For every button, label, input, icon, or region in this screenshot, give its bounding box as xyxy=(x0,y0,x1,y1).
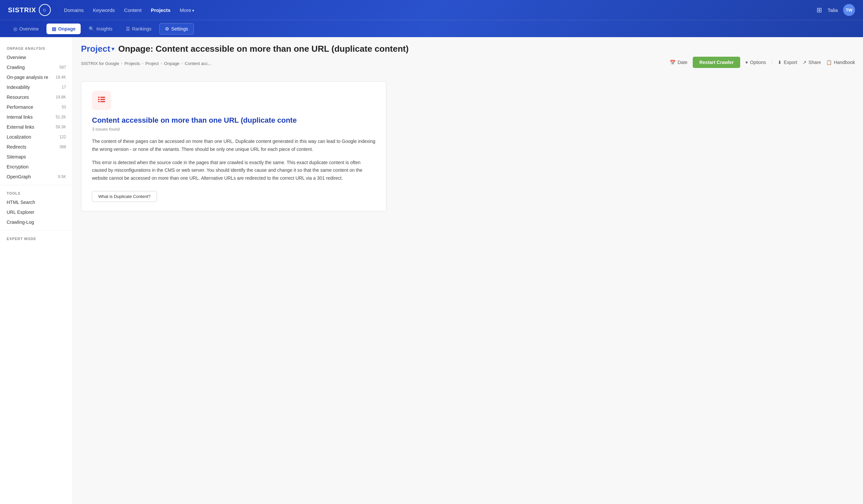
issue-title: Content accessible on more than one URL … xyxy=(92,116,375,125)
sidebar-item-localization[interactable]: Localization 122 xyxy=(0,132,73,142)
logo-search-icon: ○ xyxy=(39,4,51,16)
sidebar-item-opengraph[interactable]: OpenGraph 9.5K xyxy=(0,172,73,182)
breadcrumb-projects[interactable]: Projects xyxy=(124,61,140,66)
nav-keywords[interactable]: Keywords xyxy=(93,7,115,13)
subnav-insights[interactable]: 🔍 Insights xyxy=(83,24,117,34)
list-icon xyxy=(97,95,106,106)
content-area: Project Onpage: Content accessible on mo… xyxy=(73,37,863,504)
logo[interactable]: SISTRIX ○ xyxy=(8,4,51,16)
user-avatar[interactable]: TW xyxy=(843,4,855,16)
sidebar-expert-title: EXPERT MODE xyxy=(0,234,73,243)
sidebar-item-crawling[interactable]: Crawling 587 xyxy=(0,62,73,72)
subnav-onpage[interactable]: ▤ Onpage xyxy=(47,24,81,34)
sidebar-analysis-title: ONPAGE ANALYSIS xyxy=(0,44,73,52)
main-layout: ONPAGE ANALYSIS Overview Crawling 587 On… xyxy=(0,37,863,504)
issue-description-2: This error is detected when the source c… xyxy=(92,159,375,182)
insights-icon: 🔍 xyxy=(89,26,94,31)
svg-rect-4 xyxy=(98,101,100,102)
sub-nav: ◎ Overview ▤ Onpage 🔍 Insights ☰ Ranking… xyxy=(0,20,863,37)
settings-icon: ⚙ xyxy=(165,26,169,31)
sidebar-item-onpage-analysis[interactable]: On-page analysis re 19.4K xyxy=(0,72,73,82)
export-button[interactable]: ⬇ Export xyxy=(778,60,797,65)
subnav-overview[interactable]: ◎ Overview xyxy=(8,24,44,34)
svg-rect-3 xyxy=(101,99,105,100)
page-title: Onpage: Content accessible on more than … xyxy=(118,44,409,54)
svg-rect-0 xyxy=(98,96,100,98)
handbook-button[interactable]: 📋 Handbook xyxy=(826,60,855,65)
issue-description-1: The content of these pages can be access… xyxy=(92,138,375,154)
sidebar-item-url-explorer[interactable]: URL Explorer xyxy=(0,207,73,217)
sidebar-item-sitemaps[interactable]: Sitemaps xyxy=(0,152,73,162)
breadcrumb-project[interactable]: Project xyxy=(146,61,159,66)
sidebar-item-indexability[interactable]: Indexability 17 xyxy=(0,82,73,92)
breadcrumb: SISTRIX for Google › Projects › Project … xyxy=(81,61,211,66)
sidebar-item-resources[interactable]: Resources 19.8K xyxy=(0,92,73,102)
sidebar-divider-1 xyxy=(0,185,73,185)
options-button[interactable]: ▾ Options xyxy=(746,60,766,65)
sidebar-item-html-search[interactable]: HTML Search xyxy=(0,197,73,207)
share-icon: ↗ xyxy=(803,60,806,65)
subnav-settings[interactable]: ⚙ Settings xyxy=(159,23,194,35)
onpage-icon: ▤ xyxy=(52,26,56,31)
sidebar-item-external-links[interactable]: External links 59.3K xyxy=(0,122,73,132)
restart-crawler-button[interactable]: Restart Crawler xyxy=(693,57,740,68)
nav-more[interactable]: More xyxy=(180,7,195,13)
options-icon: ▾ xyxy=(746,60,748,65)
sidebar-item-internal-links[interactable]: Internal links 51.2K xyxy=(0,112,73,122)
export-icon: ⬇ xyxy=(778,60,782,65)
share-button[interactable]: ↗ Share xyxy=(803,60,821,65)
issue-card: Content accessible on more than one URL … xyxy=(81,81,386,211)
grid-icon[interactable]: ⊞ xyxy=(816,6,822,14)
overview-icon: ◎ xyxy=(13,26,17,31)
issue-count: 3 issues found xyxy=(92,127,375,132)
nav-right: ⊞ Talia TW xyxy=(816,4,855,16)
issue-icon-wrap xyxy=(92,91,111,110)
project-dropdown[interactable]: Project xyxy=(81,44,114,54)
action-bar: 📅 Date Restart Crawler ▾ Options | ⬇ Exp… xyxy=(670,57,855,68)
sidebar-item-redirects[interactable]: Redirects 368 xyxy=(0,142,73,152)
nav-domains[interactable]: Domains xyxy=(64,7,84,13)
nav-projects[interactable]: Projects xyxy=(151,7,170,13)
nav-content[interactable]: Content xyxy=(124,7,142,13)
svg-rect-1 xyxy=(101,96,105,98)
user-name: Talia xyxy=(827,7,838,13)
breadcrumb-onpage[interactable]: Onpage xyxy=(164,61,179,66)
page-title-row: Project Onpage: Content accessible on mo… xyxy=(81,44,855,54)
sidebar-item-overview[interactable]: Overview xyxy=(0,52,73,62)
sidebar-item-performance[interactable]: Performance 53 xyxy=(0,102,73,112)
sidebar-item-crawling-log[interactable]: Crawling-Log xyxy=(0,217,73,227)
breadcrumb-sistrix[interactable]: SISTRIX for Google xyxy=(81,61,119,66)
svg-rect-5 xyxy=(101,101,105,102)
logo-text: SISTRIX xyxy=(8,6,36,14)
sidebar-tools-title: TOOLS xyxy=(0,189,73,197)
subnav-rankings[interactable]: ☰ Rankings xyxy=(121,24,157,34)
sidebar-item-encryption[interactable]: Encryption xyxy=(0,162,73,172)
top-nav: SISTRIX ○ Domains Keywords Content Proje… xyxy=(0,0,863,20)
breadcrumb-content[interactable]: Content acc... xyxy=(185,61,211,66)
learn-more-button[interactable]: What is Duplicate Content? xyxy=(92,191,157,202)
main-nav: Domains Keywords Content Projects More xyxy=(64,7,194,13)
svg-rect-2 xyxy=(98,99,100,100)
calendar-icon: 📅 xyxy=(670,60,675,65)
date-button[interactable]: 📅 Date xyxy=(670,60,687,65)
rankings-icon: ☰ xyxy=(126,26,130,31)
handbook-icon: 📋 xyxy=(826,60,832,65)
sidebar: ONPAGE ANALYSIS Overview Crawling 587 On… xyxy=(0,37,73,504)
